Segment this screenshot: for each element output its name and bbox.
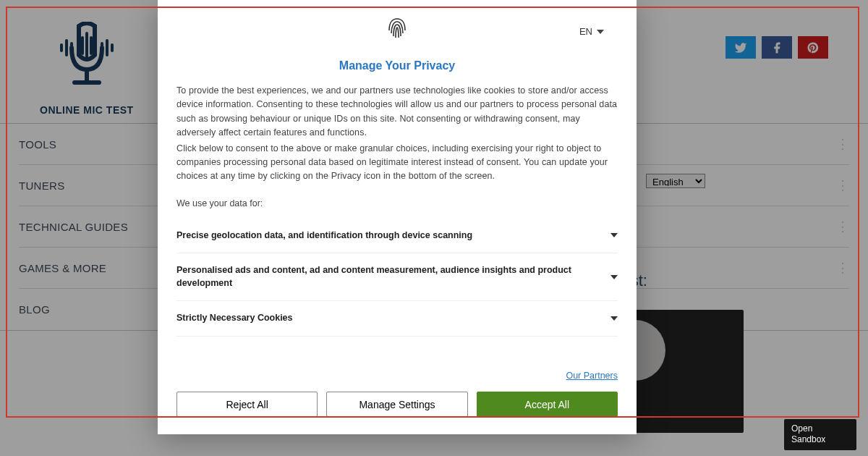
- modal-use-label: We use your data for:: [176, 198, 618, 208]
- modal-language-toggle[interactable]: EN: [579, 26, 604, 37]
- open-sandbox-button[interactable]: Open Sandbox: [784, 419, 856, 450]
- privacy-section-label: Precise geolocation data, and identifica…: [176, 229, 472, 242]
- our-partners-link[interactable]: Our Partners: [566, 371, 618, 381]
- manage-settings-button[interactable]: Manage Settings: [326, 392, 467, 417]
- modal-paragraph: To provide the best experiences, we and …: [176, 84, 618, 140]
- sandbox-line: Open: [791, 423, 812, 434]
- privacy-section-ads[interactable]: Personalised ads and content, ad and con…: [176, 253, 618, 301]
- modal-paragraph: Click below to consent to the above or m…: [176, 142, 618, 184]
- reject-all-button[interactable]: Reject All: [176, 392, 318, 417]
- privacy-section-label: Strictly Necessary Cookies: [176, 312, 293, 325]
- sandbox-line: Sandbox: [791, 434, 825, 444]
- caret-down-icon: [597, 30, 604, 34]
- privacy-section-geolocation[interactable]: Precise geolocation data, and identifica…: [176, 219, 618, 254]
- fingerprint-icon: [387, 16, 407, 41]
- privacy-modal: EN Manage Your Privacy To provide the be…: [158, 0, 637, 434]
- chevron-down-icon: [610, 275, 618, 279]
- accept-all-button[interactable]: Accept All: [477, 392, 618, 417]
- chevron-down-icon: [610, 316, 618, 321]
- modal-language-label: EN: [579, 26, 592, 37]
- privacy-section-necessary[interactable]: Strictly Necessary Cookies: [176, 301, 618, 337]
- privacy-section-label: Personalised ads and content, ad and con…: [176, 264, 596, 290]
- modal-title: Manage Your Privacy: [158, 59, 637, 72]
- chevron-down-icon: [610, 233, 618, 237]
